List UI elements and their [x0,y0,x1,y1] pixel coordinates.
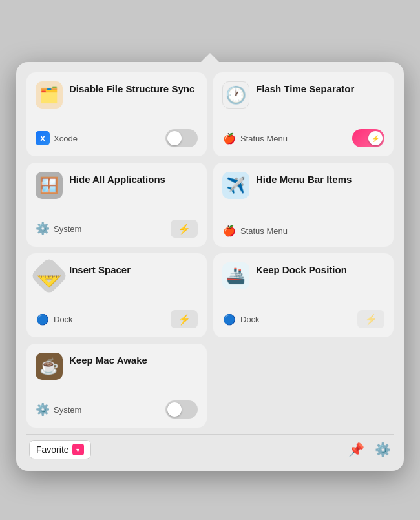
favorite-label: Favorite [36,444,69,455]
empty-placeholder [213,344,394,428]
card-insert-spacer: 📐 Insert Spacer 🔵 Dock ⚡ [26,253,207,337]
card-grid: 🗂️ Disable File Structure Sync X Xcode 🕐 [26,72,394,337]
insert-spacer-title: Insert Spacer [69,264,131,276]
insert-spacer-lightning-btn[interactable]: ⚡ [171,310,198,328]
card-flash-time-separator: 🕐 Flash Time Separator 🍎 Status Menu [213,72,394,156]
hide-menu-bar-icon: ✈️ [222,172,249,199]
keep-mac-awake-title: Keep Mac Awake [69,354,147,367]
hide-all-apps-lightning-btn[interactable]: ⚡ [171,220,198,238]
disable-file-structure-sync-icon: 🗂️ [36,81,63,109]
keep-mac-awake-icon: ☕ [36,353,63,380]
card-keep-dock-position: 🚢 Keep Dock Position 🔵 Dock ⚡ [213,253,394,337]
keep-dock-position-icon: 🚢 [222,262,249,289]
lightning-bolt-icon: ⚡ [178,223,191,235]
popup-container: 🗂️ Disable File Structure Sync X Xcode 🕐 [16,62,404,471]
bottom-icons: 📌 ⚙️ [348,442,391,457]
insert-spacer-meta-label: Dock [54,315,73,324]
flash-time-separator-title: Flash Time Separator [256,83,354,96]
flash-time-meta-icon: 🍎 [222,131,236,145]
flash-time-toggle[interactable] [352,129,384,147]
favorite-chevron-icon: ▾ [72,444,84,455]
hide-menu-bar-meta-label: Status Menu [240,226,288,236]
disable-file-toggle[interactable] [165,129,198,147]
keep-mac-awake-meta-icon: ⚙️ [36,402,50,417]
insert-spacer-meta-icon: 🔵 [36,312,50,326]
keep-dock-bolt-icon: ⚡ [364,313,377,326]
keep-dock-meta-icon: 🔵 [222,312,236,326]
hide-all-apps-icon: 🪟 [36,172,63,199]
xcode-meta-icon: X [36,131,50,145]
keep-dock-lightning-btn[interactable]: ⚡ [357,310,384,328]
hide-all-apps-meta-icon: ⚙️ [36,222,50,236]
card-disable-file-structure-sync: 🗂️ Disable File Structure Sync X Xcode [26,72,207,156]
card-hide-menu-bar-items: ✈️ Hide Menu Bar Items 🍎 Status Menu [213,163,394,247]
flash-time-separator-icon: 🕐 [222,81,249,109]
card-keep-mac-awake: ☕ Keep Mac Awake ⚙️ System [26,344,207,428]
insert-spacer-bolt-icon: ⚡ [178,313,191,326]
hide-all-apps-meta-label: System [54,224,81,234]
flash-time-meta-label: Status Menu [240,134,288,143]
keep-mac-awake-meta-label: System [54,405,81,415]
disable-file-meta-label: Xcode [54,134,78,143]
single-card-row: ☕ Keep Mac Awake ⚙️ System [26,344,394,428]
settings-icon[interactable]: ⚙️ [375,442,391,457]
keep-mac-awake-toggle[interactable] [165,400,198,419]
insert-spacer-icon: 📐 [30,256,68,295]
card-hide-all-applications: 🪟 Hide All Applications ⚙️ System ⚡ [26,163,207,247]
keep-dock-meta-label: Dock [240,315,260,324]
disable-file-structure-sync-title: Disable File Structure Sync [69,83,194,96]
hide-menu-bar-meta-icon: 🍎 [222,224,236,238]
keep-dock-position-title: Keep Dock Position [256,264,347,276]
hide-all-apps-title: Hide All Applications [69,173,165,186]
favorite-button[interactable]: Favorite ▾ [29,440,91,459]
bottom-bar: Favorite ▾ 📌 ⚙️ [26,434,394,461]
pin-icon[interactable]: 📌 [348,442,364,457]
hide-menu-bar-title: Hide Menu Bar Items [256,173,352,186]
